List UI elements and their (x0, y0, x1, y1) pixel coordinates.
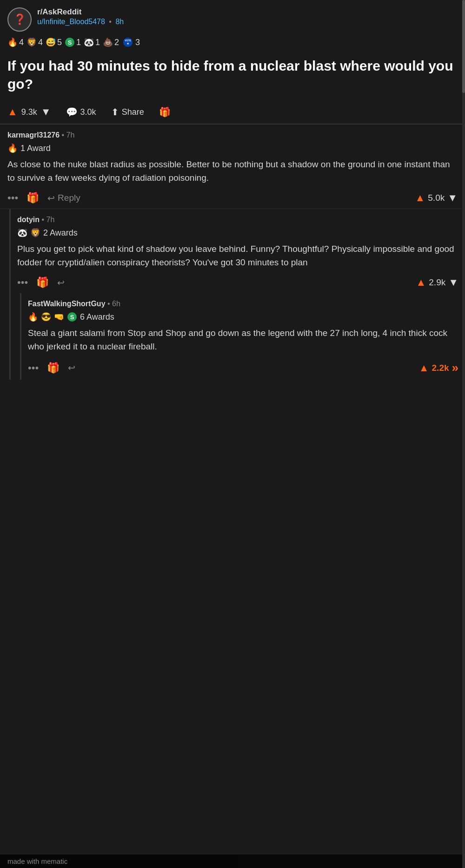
avatar: ❓ (7, 7, 32, 32)
comment-2-vote[interactable]: ▲ 2.9k ▼ (416, 276, 458, 289)
comment-button[interactable]: 💬 3.0k (66, 106, 96, 118)
mematic-footer: made with mematic (0, 855, 465, 868)
comment-1-vote[interactable]: ▲ 5.0k ▼ (415, 192, 458, 204)
comment-3-more-button[interactable]: ••• (28, 362, 39, 374)
comment-2-awards: 🐼 🦁 2 Awards (17, 228, 458, 238)
gift-button[interactable]: 🎁 (159, 106, 171, 118)
award-fire: 🔥 4 (7, 37, 24, 47)
award-lion: 🦁 4 (27, 37, 43, 47)
comment-1-awards: 🔥 1 Award (7, 143, 458, 153)
scrollbar[interactable] (462, 0, 465, 868)
post-awards-row: 🔥 4 🦁 4 😅 5 S 1 🐼 1 💩 2 VOTE★ 3 (0, 32, 465, 53)
comment-count: 3.0k (80, 107, 96, 117)
comment-3-award-label: 6 Awards (80, 312, 114, 322)
comment-3-username[interactable]: FastWalkingShortGuy (28, 300, 106, 308)
comment-2-text: Plus you get to pick what kind of shadow… (17, 243, 458, 269)
username-link[interactable]: u/Infinite_Blood5478 (37, 18, 105, 26)
comment-1-actions: ••• 🎁 ↩ Reply ▲ 5.0k ▼ (7, 190, 458, 204)
upvote-count: 9.3k (21, 107, 37, 117)
gift-icon: 🎁 (159, 106, 171, 118)
comment-2-reply-button[interactable]: ↩ (57, 277, 65, 288)
reply-arrow-icon-1: ↩ (47, 193, 55, 204)
svg-text:S: S (68, 39, 72, 46)
share-button[interactable]: ⬆ Share (111, 106, 144, 118)
svg-text:S: S (70, 314, 74, 321)
post-header: ❓ r/AskReddit u/Infinite_Blood5478 • 8h (0, 0, 465, 32)
comment-3-gift-button[interactable]: 🎁 (47, 362, 60, 374)
upvote-button[interactable]: ▲ (7, 106, 18, 118)
comment-1-more-button[interactable]: ••• (7, 192, 18, 204)
comment-2-actions: ••• 🎁 ↩ ▲ 2.9k ▼ (17, 275, 458, 289)
award-vote: VOTE★ 3 (122, 37, 140, 47)
post-title: If you had 30 minutes to hide from a nuc… (0, 53, 465, 100)
comment-3-upvote[interactable]: ▲ (419, 362, 429, 374)
comment-1-gift-button[interactable]: 🎁 (27, 192, 39, 204)
comment-3-score: 2.2k (432, 363, 449, 373)
comment-1-downvote[interactable]: ▼ (447, 192, 458, 204)
post-time: 8h (115, 18, 124, 26)
reply-arrow-icon-3: ↩ (68, 362, 75, 373)
post-actions: ▲ 9.3k ▼ 💬 3.0k ⬆ Share 🎁 (0, 100, 465, 124)
comment-1-score: 5.0k (428, 193, 445, 203)
downvote-button[interactable]: ▼ (41, 106, 51, 118)
award-lion-c2: 🦁 (30, 228, 40, 238)
comment-1-time: 7h (66, 131, 75, 139)
comment-2-time: 7h (46, 216, 55, 224)
comment-nested-1-inner: dotyin • 7h 🐼 🦁 2 Awards Plus you get to… (11, 209, 465, 293)
award-panda-c2: 🐼 (17, 228, 27, 238)
vote-group[interactable]: ▲ 9.3k ▼ (7, 106, 51, 118)
comment-3-actions: ••• 🎁 ↩ ▲ 2.2k » (28, 359, 458, 375)
comment-2-meta: dotyin • 7h (17, 216, 458, 224)
award-s: S 1 (65, 37, 81, 47)
comment-3-time: 6h (112, 300, 120, 308)
award-poop: 💩 2 (103, 37, 119, 47)
comment-1-meta: karmagrl31276 • 7h (7, 131, 458, 139)
mematic-label: made with mematic (7, 857, 67, 865)
award-sweat: 😅 5 (46, 37, 62, 47)
comment-nested-1: dotyin • 7h 🐼 🦁 2 Awards Plus you get to… (9, 209, 465, 380)
subreddit-label[interactable]: r/AskReddit (37, 7, 124, 17)
comment-2-award-label: 2 Awards (43, 228, 78, 238)
comment-3-text: Steal a giant salami from Stop and Shop … (28, 327, 458, 353)
comment-3-expand[interactable]: » (452, 361, 458, 375)
comment-1-username[interactable]: karmagrl31276 (7, 131, 60, 139)
award-s-c3: S (67, 312, 77, 322)
comment-1-upvote[interactable]: ▲ (415, 192, 425, 204)
comment-2-upvote[interactable]: ▲ (416, 276, 426, 289)
share-label: Share (122, 107, 144, 117)
comment-icon: 💬 (66, 106, 78, 118)
scrollbar-thumb[interactable] (462, 0, 465, 93)
comment-1-reply-button[interactable]: ↩ Reply (47, 193, 80, 204)
comment-2-more-button[interactable]: ••• (17, 276, 28, 289)
reply-arrow-icon-2: ↩ (57, 277, 65, 288)
comment-1-text: As close to the nuke blast radius as pos… (7, 158, 458, 184)
comment-3-vote[interactable]: ▲ 2.2k » (419, 361, 458, 375)
comment-3-meta: FastWalkingShortGuy • 6h (28, 300, 458, 308)
comment-2-downvote[interactable]: ▼ (448, 276, 458, 289)
svg-text:★: ★ (126, 42, 129, 45)
comment-1: karmagrl31276 • 7h 🔥 1 Award As close to… (0, 125, 465, 209)
comment-1-award-label: 1 Award (20, 144, 51, 153)
user-time: u/Infinite_Blood5478 • 8h (37, 18, 124, 26)
reply-label-1: Reply (58, 193, 80, 203)
comment-3-awards: 🔥 😎 🤜 S 6 Awards (28, 312, 458, 322)
comment-3-reply-button[interactable]: ↩ (68, 362, 75, 373)
post-meta: r/AskReddit u/Infinite_Blood5478 • 8h (37, 7, 124, 26)
comment-2-username[interactable]: dotyin (17, 216, 40, 224)
award-fist-c3: 🤜 (54, 312, 64, 322)
award-icon-fire-c1: 🔥 (7, 143, 18, 153)
comment-2-score: 2.9k (429, 277, 445, 288)
award-fire-c3: 🔥 (28, 312, 38, 322)
share-icon: ⬆ (111, 106, 119, 118)
award-panda: 🐼 1 (84, 37, 100, 47)
comment-nested-2: FastWalkingShortGuy • 6h 🔥 😎 🤜 S 6 Award… (20, 293, 465, 380)
comment-2-gift-button[interactable]: 🎁 (36, 276, 49, 289)
award-mask-c3: 😎 (41, 312, 51, 322)
comment-nested-2-inner: FastWalkingShortGuy • 6h 🔥 😎 🤜 S 6 Award… (21, 293, 465, 380)
